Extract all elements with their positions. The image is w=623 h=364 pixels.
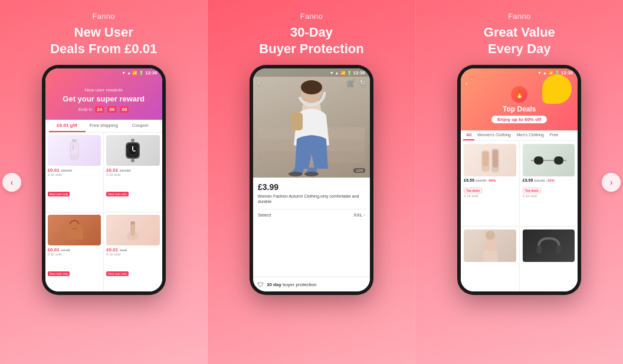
tab-gift[interactable]: £0.01 gift	[49, 120, 86, 132]
status-bar-mid: ▼ ▲ 📶 🔋 12:30	[330, 70, 365, 76]
tab-shipping[interactable]: Free shipping	[86, 120, 122, 132]
brand-label: Fanno	[92, 12, 114, 21]
list-item[interactable]: New user only £0.01 £7.98 9.1k sold	[45, 212, 104, 291]
price: £0.01	[106, 247, 118, 252]
sold-count: 9.1k sold	[106, 252, 160, 256]
decorative-blob	[542, 74, 572, 104]
svg-point-32	[486, 231, 495, 240]
price: £0.01	[48, 168, 60, 173]
old-price: £0.5	[120, 248, 127, 252]
p2-toolbar: ‹ 🛒 ↻	[253, 79, 370, 87]
sold-count: 2.1k sold	[48, 173, 101, 176]
p1-sub: New user rewards	[51, 87, 156, 93]
back-icon[interactable]: ‹	[465, 80, 467, 87]
svg-rect-11	[71, 228, 77, 229]
panel-title-mid: 30-Day Buyer Protection	[259, 24, 363, 57]
svg-point-23	[304, 172, 319, 176]
product-description: Women Fashion Autumn Clothing,very comfo…	[258, 194, 365, 204]
svg-rect-26	[483, 152, 488, 166]
p3-header: ‹ 🔥 Top Deals Enjoy up to 60% off	[461, 68, 578, 130]
p3-tabs: All Women's Clothing Men's Clothing Free	[461, 130, 578, 141]
old-price: £14.52	[120, 169, 130, 172]
tab-coupon[interactable]: Coupon	[122, 120, 159, 132]
buyer-protection-bar: 🛡 30 day buyer protection	[253, 276, 370, 291]
svg-point-14	[130, 221, 135, 225]
image-count: 1/20	[353, 168, 365, 173]
svg-rect-0	[72, 139, 77, 142]
svg-rect-10	[131, 159, 135, 162]
p1-title: Get your super reward	[51, 94, 156, 103]
phone-right: ▼ ▲ 📶 🔋 12:30 ‹ 🔥 Top Deals Enjoy up to …	[457, 65, 581, 295]
tab-free[interactable]: Free	[547, 130, 561, 140]
new-user-badge: New user only	[106, 271, 129, 276]
select-label: Select	[258, 212, 271, 218]
list-item[interactable]	[520, 227, 578, 292]
discount-badge: Enjoy up to 60% off	[491, 116, 547, 123]
sold-count: 9.1k sold	[48, 252, 101, 256]
svg-rect-4	[131, 139, 135, 142]
list-item[interactable]: £6.59 £10.99 -40% Top deals 2.1k sold	[461, 141, 519, 226]
svg-rect-21	[291, 113, 303, 130]
brand-label: Fanno	[508, 12, 530, 21]
list-item[interactable]	[461, 227, 519, 292]
new-user-badge: New user only	[48, 192, 70, 196]
list-item[interactable]: £9.99 £11.99 -15% Top deals 2.1k sold	[520, 141, 578, 226]
panel-mid: Fanno 30-Day Buyer Protection ▼ ▲ 📶 🔋 12…	[207, 0, 415, 364]
refresh-icon[interactable]: ↻	[360, 79, 365, 87]
cart-icon[interactable]: 🛒	[347, 79, 355, 87]
panel-left: ‹ Fanno New User Deals From £0.01 ▼ ▲ 📶 …	[0, 0, 207, 364]
p1-products: New user only £0.01 £10.99 2.1k sold New…	[45, 133, 162, 291]
new-user-badge: New user only	[48, 271, 70, 276]
tab-mens[interactable]: Men's Clothing	[514, 130, 547, 140]
product-price: £3.99	[258, 182, 365, 192]
status-bar-right: ▼ ▲ 📶 🔋 12:30	[537, 70, 573, 76]
phone-left: ▼ ▲ 📶 🔋 12:30 New user rewards Get your …	[42, 65, 166, 295]
list-item[interactable]: New user only £0.01 £14.52 6.1k sold	[104, 133, 162, 212]
old-price: £10.99	[61, 169, 72, 172]
p2-product-image: ‹ 🛒 ↻ 1/20	[253, 68, 370, 178]
svg-rect-28	[493, 150, 498, 168]
svg-rect-34	[556, 245, 561, 254]
sold-count: 6.1k sold	[106, 173, 160, 176]
svg-rect-9	[133, 150, 136, 152]
shield-icon: 🛡	[258, 281, 264, 288]
select-value: XXL ›	[353, 212, 365, 218]
price: £0.01	[106, 168, 118, 173]
prev-arrow[interactable]: ‹	[2, 173, 21, 192]
p1-tabs: £0.01 gift Free shipping Coupon	[45, 120, 162, 133]
price: £0.01	[48, 247, 60, 252]
p3-products: £6.59 £10.99 -40% Top deals 2.1k sold	[461, 141, 578, 291]
panel-title-left: New User Deals From £0.01	[50, 24, 157, 57]
chevron-right-icon: ›	[610, 178, 613, 187]
chevron-left-icon: ‹	[11, 178, 14, 187]
back-icon[interactable]: ‹	[258, 80, 260, 87]
size-select[interactable]: Select XXL ›	[258, 209, 365, 221]
status-bar-left: ▼ ▲ 📶 🔋 12:30	[122, 70, 157, 76]
new-user-badge: New user only	[106, 192, 129, 196]
panel-title-right: Great Value Every Day	[484, 24, 555, 57]
p1-timer: Ends in 24 : 00 : 00	[51, 106, 156, 113]
list-item[interactable]: New user only £0.01 £0.5 9.1k sold	[104, 212, 162, 291]
protection-text: 30 day buyer protection	[267, 282, 317, 287]
brand-label: Fanno	[300, 12, 323, 21]
list-item[interactable]: New user only £0.01 £10.99 2.1k sold	[45, 133, 104, 212]
svg-rect-3	[73, 145, 74, 150]
svg-point-22	[288, 172, 303, 176]
next-arrow[interactable]: ›	[602, 173, 621, 192]
flame-icon: 🔥	[511, 86, 527, 103]
top-deals-title: Top Deals	[465, 105, 573, 113]
svg-rect-8	[132, 146, 133, 150]
panel-right: › Fanno Great Value Every Day ▼ ▲ 📶 🔋 12…	[416, 0, 623, 364]
tab-all[interactable]: All	[463, 130, 474, 140]
svg-rect-13	[130, 223, 135, 236]
p2-product-info: £3.99 Women Fashion Autumn Clothing,very…	[253, 178, 370, 276]
phone-mid: ▼ ▲ 📶 🔋 12:30	[250, 65, 373, 295]
tab-womens[interactable]: Women's Clothing	[474, 130, 513, 140]
svg-rect-2	[71, 143, 78, 155]
old-price: £7.98	[61, 248, 70, 252]
svg-rect-33	[537, 245, 542, 254]
